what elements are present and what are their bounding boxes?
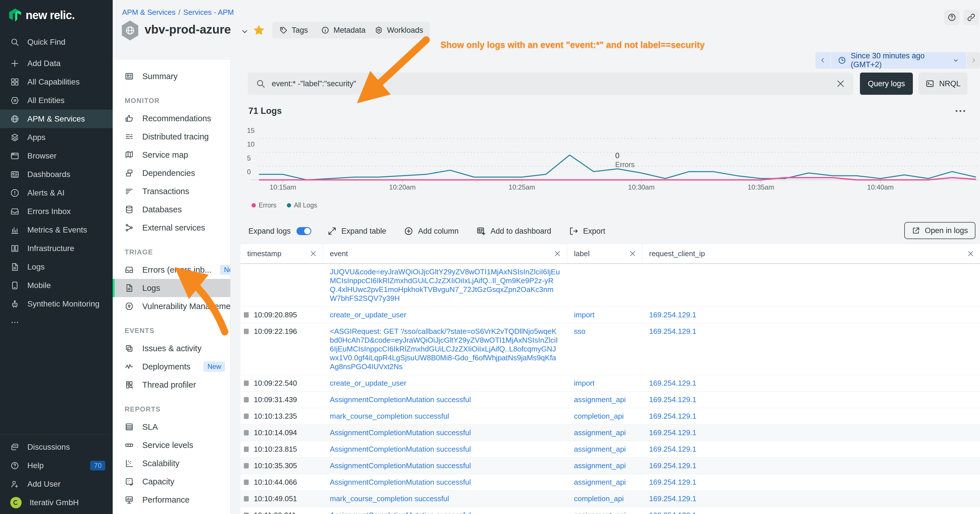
table-row[interactable]: 10:10:13.235mark_course_completion succe… <box>240 408 980 425</box>
subnav-item-recommendations[interactable]: Recommendations <box>113 109 230 127</box>
nrql-button[interactable]: NRQL <box>918 73 967 95</box>
cell-request-client-ip-link[interactable]: 169.254.129.1 <box>642 375 980 391</box>
subnav-item-external-services[interactable]: External services <box>113 219 230 237</box>
cell-request-client-ip-link[interactable]: 169.254.129.1 <box>642 408 980 424</box>
subnav-item-transactions[interactable]: Transactions <box>113 182 230 201</box>
cell-request-client-ip-link[interactable]: 169.254.129.1 <box>642 507 980 514</box>
cell-label-link[interactable]: completion_api <box>567 491 642 507</box>
legend-item-errors[interactable]: Errors <box>251 202 277 209</box>
table-row[interactable]: 10:09:20.895create_or_update_userimport1… <box>240 307 980 323</box>
table-row[interactable]: 10:10:35.305AssignmentCompletionMutation… <box>240 458 980 474</box>
sidebar-item-apm-services[interactable]: APM & Services <box>0 110 113 128</box>
add-to-dashboard-button[interactable]: Add to dashboard <box>476 226 551 236</box>
cell-event-link[interactable]: mark_course_completion successful <box>323 408 567 424</box>
sidebar-item-all-entities[interactable]: All Entities <box>0 91 113 110</box>
sidebar-item-browser[interactable]: Browser <box>0 146 113 165</box>
cell-request-client-ip-link[interactable]: 169.254.129.1 <box>642 441 980 457</box>
cell-label-link[interactable] <box>567 264 642 307</box>
cell-label-link[interactable]: sso <box>567 323 642 375</box>
permalink-button[interactable] <box>964 10 979 25</box>
sidebar-item-add-data[interactable]: Add Data <box>0 54 113 73</box>
remove-column-icon[interactable] <box>967 250 974 257</box>
metadata-button[interactable]: Metadata <box>314 22 372 38</box>
cell-event-link[interactable]: AssignmentCompletionMutation successful <box>323 441 567 457</box>
clear-query-icon[interactable] <box>836 79 845 89</box>
time-range-button[interactable]: Since 30 minutes ago (GMT+2) <box>831 52 966 68</box>
subnav-item-logs[interactable]: Logs <box>113 279 230 297</box>
cell-label-link[interactable]: completion_api <box>567 408 642 424</box>
subnav-item-deployments[interactable]: DeploymentsNew <box>113 358 230 376</box>
cell-event-link[interactable]: AssignmentCompletionMutation successful <box>323 507 567 514</box>
sidebar-item-help[interactable]: Help70 <box>0 456 113 475</box>
cell-request-client-ip-link[interactable]: 169.254.129.1 <box>642 307 980 323</box>
remove-column-icon[interactable] <box>554 250 561 257</box>
workloads-button[interactable]: Workloads <box>368 22 430 38</box>
tags-button[interactable]: Tags <box>272 22 315 38</box>
log-query-input[interactable]: event:* -"label":"security" <box>248 73 853 95</box>
cell-event-link[interactable]: <ASGIRequest: GET '/sso/callback/?state=… <box>323 323 567 375</box>
cell-label-link[interactable]: assignment_api <box>567 441 642 457</box>
sidebar-item-alerts-ai[interactable]: Alerts & AI <box>0 183 113 202</box>
cell-label-link[interactable]: assignment_api <box>567 507 642 514</box>
remove-column-icon[interactable] <box>310 250 317 257</box>
sidebar-item-iterativ-gmbh[interactable]: Iterativ GmbH <box>0 493 113 512</box>
sidebar-item-all-capabilities[interactable]: All Capabilities <box>0 73 113 91</box>
cell-label-link[interactable]: assignment_api <box>567 458 642 474</box>
table-row[interactable]: 10:10:49.051mark_course_completion succe… <box>240 491 980 507</box>
sidebar-item-apps[interactable]: Apps <box>0 128 113 146</box>
sidebar-item-metrics-events[interactable]: Metrics & Events <box>0 221 113 239</box>
table-row[interactable]: 10:10:14.094AssignmentCompletionMutation… <box>240 425 980 441</box>
subnav-item-summary[interactable]: Summary <box>113 67 230 85</box>
favorite-star-icon[interactable] <box>253 24 265 37</box>
breadcrumb-apm-services[interactable]: APM & Services <box>122 8 175 16</box>
cell-request-client-ip-link[interactable]: 169.254.129.1 <box>642 391 980 408</box>
legend-item-all-logs[interactable]: All Logs <box>287 202 317 209</box>
cell-label-link[interactable]: assignment_api <box>567 474 642 490</box>
sidebar-item-errors-inbox[interactable]: Errors Inbox <box>0 202 113 221</box>
add-column-button[interactable]: Add column <box>404 226 459 236</box>
subnav-item-thread-profiler[interactable]: Thread profiler <box>113 376 230 394</box>
expand-logs-toggle[interactable] <box>296 227 311 235</box>
expand-table-button[interactable]: Expand table <box>327 226 387 236</box>
table-row[interactable]: JUQVU&code=eyJraWQiOiJjcGltY29yZV8wOTI1M… <box>240 264 980 307</box>
panel-menu-icon[interactable] <box>954 106 967 116</box>
subnav-item-vulnerability-management[interactable]: Vulnerability Management <box>113 297 230 315</box>
subnav-item-capacity[interactable]: Capacity <box>113 473 230 491</box>
cell-event-link[interactable]: AssignmentCompletionMutation successful <box>323 425 567 441</box>
cell-request-client-ip-link[interactable]: 169.254.129.1 <box>642 474 980 490</box>
subnav-item-scalability[interactable]: Scalability <box>113 454 230 473</box>
table-row[interactable]: 10:10:23.815AssignmentCompletionMutation… <box>240 441 980 458</box>
query-logs-button[interactable]: Query logs <box>860 73 913 95</box>
cell-event-link[interactable]: AssignmentCompletionMutation successful <box>323 391 567 408</box>
cell-event-link[interactable]: mark_course_completion successful <box>323 491 567 507</box>
time-back-button[interactable] <box>816 52 830 68</box>
sidebar-item-mobile[interactable]: Mobile <box>0 276 113 294</box>
sidebar-item-logs[interactable]: Logs <box>0 258 113 276</box>
cell-event-link[interactable]: AssignmentCompletionMutation successful <box>323 458 567 474</box>
cell-request-client-ip-link[interactable]: 169.254.129.1 <box>642 458 980 474</box>
cell-event-link[interactable]: AssignmentCompletionMutation successful <box>323 474 567 490</box>
sidebar-item-synthetic-monitoring[interactable]: Synthetic Monitoring <box>0 294 113 313</box>
quick-find[interactable]: Quick Find <box>0 30 113 54</box>
export-button[interactable]: Export <box>569 226 605 236</box>
sidebar-item-infrastructure[interactable]: Infrastructure <box>0 239 113 258</box>
subnav-item-databases[interactable]: Databases <box>113 201 230 219</box>
subnav-item-service-levels[interactable]: Service levels <box>113 436 230 454</box>
subnav-item-service-map[interactable]: Service map <box>113 146 230 164</box>
cell-event-link[interactable]: create_or_update_user <box>323 307 567 323</box>
entity-chevron-down-icon[interactable] <box>240 27 249 36</box>
sidebar-item-dashboards[interactable]: Dashboards <box>0 165 113 183</box>
cell-request-client-ip-link[interactable]: 169.254.129.1 <box>642 425 980 441</box>
cell-request-client-ip-link[interactable]: 169.254.129.1 <box>642 491 980 507</box>
table-row[interactable]: 10:11:00.311AssignmentCompletionMutation… <box>240 507 980 514</box>
sidebar-item-add-user[interactable]: Add User <box>0 475 113 493</box>
cell-label-link[interactable]: import <box>567 375 642 391</box>
table-row[interactable]: 10:09:31.439AssignmentCompletionMutation… <box>240 391 980 408</box>
cell-label-link[interactable]: assignment_api <box>567 425 642 441</box>
subnav-item-distributed-tracing[interactable]: Distributed tracing <box>113 127 230 146</box>
table-row[interactable]: 10:09:22.196<ASGIRequest: GET '/sso/call… <box>240 323 980 375</box>
cell-event-link[interactable]: JUQVU&code=eyJraWQiOiJjcGltY29yZV8wOTI1M… <box>323 264 567 307</box>
table-row[interactable]: 10:09:22.540create_or_update_userimport1… <box>240 375 980 391</box>
cell-request-client-ip-link[interactable] <box>642 264 980 307</box>
time-forward-button[interactable] <box>967 52 980 68</box>
